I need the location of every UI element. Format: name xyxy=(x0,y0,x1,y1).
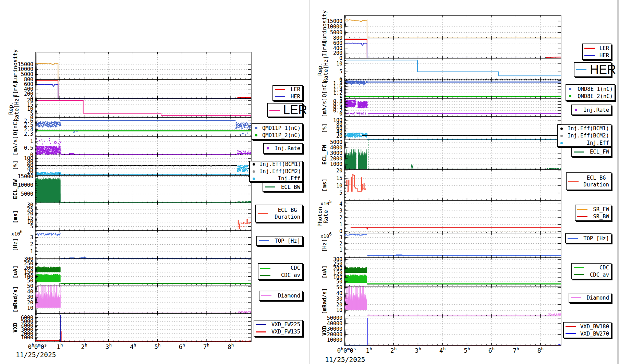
legend-label: HER xyxy=(588,63,616,76)
y-axis-title: [%] xyxy=(12,160,19,170)
x-axis-origin-label: 0h0m0s xyxy=(28,342,47,350)
legend-dot-sample xyxy=(255,134,257,136)
axis-scale-label: x105 xyxy=(320,199,332,206)
x-axis-hour-label: 4h xyxy=(130,342,136,350)
left-legend-diamond: Diamond xyxy=(259,291,303,301)
right-legend-diamond: Diamond xyxy=(569,293,611,303)
left-legend-vxd: VXD_FW225VXD_FW135 xyxy=(254,320,303,337)
legend-entry: Inj.Eff(BCM2) xyxy=(252,168,300,175)
legend-dot-sample xyxy=(253,178,255,180)
legend-entry: QMD11P_2(nC) xyxy=(254,132,301,139)
legend-entry: Diamond xyxy=(261,292,300,299)
legend-entry: HER xyxy=(275,93,300,100)
legend-entry: ECL_BW xyxy=(265,184,300,191)
legend-line-sample xyxy=(256,331,266,332)
left-legend-top: TOP [Hz] xyxy=(256,236,303,246)
legend-label: CDC_av xyxy=(588,271,609,278)
y-axis-title: Rate[Hz] xyxy=(323,56,329,82)
legend-label: Inj.Eff(BCM2) xyxy=(566,132,609,139)
right-legend-vxd: VXD_BW180VXD_BW270 xyxy=(563,322,611,338)
legend-line-sample xyxy=(261,295,271,296)
legend-entry: ECL BG Duration xyxy=(568,174,609,188)
y-axis-title: Q[nC] xyxy=(12,119,19,135)
y-axis-title: Q[nC] xyxy=(321,81,328,97)
y-tick-label: 5000 xyxy=(330,29,342,36)
y-axis-title: Luminosity xyxy=(12,49,19,82)
right-panel-ecl-bg-duration: 2015105[ms] xyxy=(321,168,561,201)
x-axis-hour-label: 6h xyxy=(179,342,185,350)
y-axis-title: [ms] xyxy=(12,210,19,223)
legend-line-sample xyxy=(577,216,587,217)
legend-label: SR_FW xyxy=(592,206,609,213)
legend-label: ECL_FW xyxy=(588,148,609,155)
y-tick-label: 20 xyxy=(336,168,342,174)
y-axis-title: [Hz] xyxy=(321,239,328,252)
x-axis-hour-label: 8h xyxy=(537,346,544,354)
legend-entry: LER xyxy=(269,104,300,116)
x-axis-hour-label: 7h xyxy=(513,346,519,354)
legend-label: SR_BW xyxy=(592,213,609,220)
legend-entry: TOP [Hz] xyxy=(568,235,609,242)
right-legend-inj-eff: Inj.Eff(BCM1)Inj.Eff(BCM2)Inj.Eff xyxy=(557,124,611,147)
legend-entry: QMD8E_2(nC) xyxy=(568,93,613,100)
y-tick-label: 0 xyxy=(339,228,342,234)
legend-label: Inj.Eff(BCM2) xyxy=(258,168,301,175)
right-legend-ler-her: LERHER xyxy=(582,44,611,60)
y-tick-label: 10 xyxy=(336,307,342,313)
y-tick-label: 5 xyxy=(30,223,33,230)
legend-entry: LER xyxy=(584,45,609,52)
right-panel-beam-current: 8006004002000I[mA] xyxy=(321,35,561,61)
right-plot-column: 15000100005000Luminosity8006004002000I[m… xyxy=(317,10,561,354)
legend-line-sample xyxy=(256,324,266,325)
y-tick-label: 2 xyxy=(30,241,33,247)
legend-entry: HER xyxy=(576,63,609,76)
axis-scale-label: x106 xyxy=(11,229,23,236)
legend-entry: Inj.Rate xyxy=(266,145,300,152)
date-label-left: 11/25/2025 xyxy=(16,351,56,359)
y-tick-label: 4 xyxy=(339,201,342,207)
y-tick-label: 0 xyxy=(339,111,342,117)
legend-label: HER xyxy=(598,52,609,59)
y-axis-title: VXD xyxy=(321,326,328,336)
legend-line-sample xyxy=(260,268,270,269)
y-tick-label: 30 xyxy=(336,296,342,302)
right-panel-inj-eff: 10080604020[%] xyxy=(321,117,561,140)
y-axis-title: Rate[Hz] xyxy=(13,95,20,121)
legend-entry: VXD_BW180 xyxy=(566,323,609,330)
left-plot-column: 15000100005000Luminosity8006004002000I[m… xyxy=(8,49,252,350)
legend-dot-sample xyxy=(560,142,563,144)
legend-entry: TOP [Hz] xyxy=(259,238,300,244)
y-tick-label: 5 xyxy=(339,69,342,75)
right-legend-ecl-fw: ECL_FW xyxy=(571,147,611,157)
legend-label: QMD8E_2(nC) xyxy=(576,93,613,100)
ecl-fw-band xyxy=(358,151,367,169)
legend-entry: HER xyxy=(584,52,609,59)
left-legend-qmd: QMD11P_1(nC)QMD11P_2(nC) xyxy=(252,123,303,140)
y-tick-label: 3 xyxy=(339,208,342,214)
x-axis-origin-label: 0h0m0s xyxy=(337,346,356,354)
right-legend-qmd8e: QMD8E_1(nC)QMD8E_2(nC) xyxy=(566,84,615,101)
legend-line-sample xyxy=(275,96,285,97)
legend-entry: CDC xyxy=(260,265,300,271)
panel-divider xyxy=(310,0,310,364)
legend-entry: Inj.Eff(BCM1) xyxy=(252,161,300,168)
legend-dot-sample xyxy=(560,135,563,137)
left-legend-cdc: CDCCDC_av xyxy=(258,263,303,280)
left-panel-beam-current: 8006004002000I[mA] xyxy=(12,76,251,102)
y-axis-title: ECL_BW xyxy=(12,179,19,199)
right-panel-ecl-fw: 50004000300020001000ECL_FW xyxy=(321,139,561,170)
y-tick-label: 10 xyxy=(27,305,33,311)
legend-entry: ECL BG Duration xyxy=(258,207,300,220)
left-panel-vxd-dose: 600050004000300020001000VXD xyxy=(12,314,251,342)
legend-line-sample xyxy=(576,69,586,70)
left-legend-ecl-bg: ECL BG Duration xyxy=(255,205,303,222)
left-legend-inj-rate: Inj.Rate xyxy=(263,143,303,154)
legend-entry: SR_BW xyxy=(577,213,609,220)
y-axis-title: [Hz] xyxy=(12,238,19,252)
y-tick-label: 20 xyxy=(336,302,342,308)
legend-line-sample xyxy=(269,110,280,111)
left-panel-luminosity: 15000100005000Luminosity xyxy=(12,49,251,82)
y-tick-label: 5 xyxy=(339,190,342,196)
y-axis-title: ECL_FW xyxy=(321,145,328,165)
legend-dot-sample xyxy=(253,163,255,166)
